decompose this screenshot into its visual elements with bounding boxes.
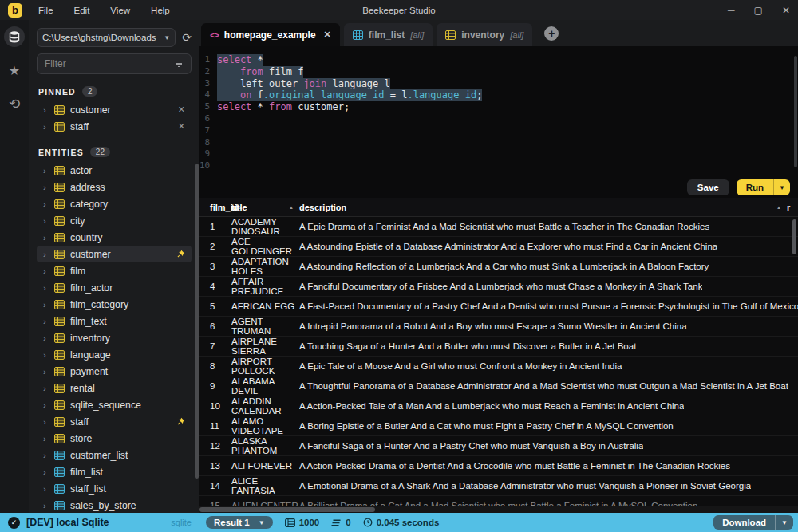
chevron-right-icon[interactable]: › [43,317,49,326]
cell-title[interactable]: AGENT TRUMAN [231,317,299,336]
cell-film-id[interactable]: 1 [200,222,231,231]
database-selector[interactable]: C:\Users\ghstng\Downloads ▼ [37,28,176,47]
table-row[interactable]: 12ALASKA PHANTOMA Fanciful Saga of a Hun… [200,436,798,456]
menu-view[interactable]: View [110,6,130,15]
entity-item-customer[interactable]: ›customer [37,246,192,262]
minimize-button[interactable]: ─ [728,5,735,16]
chevron-right-icon[interactable]: › [43,250,49,259]
cell-title[interactable]: ACE GOLDFINGER [231,237,299,256]
refresh-icon[interactable]: ⟳ [182,31,192,44]
cell-title[interactable]: AIRPORT POLLOCK [231,357,299,376]
column-header-clipped[interactable]: r [787,203,798,212]
sql-editor[interactable]: 1select *2 from film f3 left outer join … [200,46,798,177]
run-split-button[interactable]: Run ▼ [737,179,790,195]
unpin-close-icon[interactable]: ✕ [178,104,188,115]
sort-arrow-icon[interactable]: ▲ [289,205,294,210]
chevron-right-icon[interactable]: › [43,400,49,410]
close-button[interactable]: ✕ [782,5,790,16]
pinned-section-header[interactable]: PINNED 2 [38,86,192,97]
chevron-right-icon[interactable]: › [43,266,49,276]
pinned-item-staff[interactable]: ›staff✕ [37,118,192,135]
cell-film-id[interactable]: 12 [200,441,231,451]
cell-description[interactable]: A Brilliant Drama of a Cat And a Mad Sci… [299,501,798,506]
column-header-title[interactable]: title▲ [231,203,299,212]
entity-item-sales_by_store[interactable]: ›sales_by_store [37,497,192,513]
chevron-right-icon[interactable]: › [43,199,49,209]
cell-title[interactable]: ALIEN CENTER [231,501,299,506]
code-line[interactable]: 6 [200,113,798,125]
cell-description[interactable]: A Intrepid Panorama of a Robot And a Boy… [299,321,798,331]
pin-icon[interactable] [176,250,185,259]
cell-title[interactable]: AFFAIR PREJUDICE [231,277,299,296]
chevron-right-icon[interactable]: › [43,367,49,376]
table-row[interactable]: 8AIRPORT POLLOCKA Epic Tale of a Moose A… [200,357,798,376]
tab-film-list[interactable]: film_list [all] [344,23,433,46]
entity-item-inventory[interactable]: ›inventory [37,329,192,346]
code-line[interactable]: 1select * [200,54,798,66]
results-horizontal-scrollbar[interactable] [200,506,798,513]
download-button[interactable]: Download [713,515,775,530]
cell-description[interactable]: A Action-Packed Tale of a Man And a Lumb… [299,401,798,411]
sort-arrow-icon[interactable]: ▲ [776,205,781,210]
download-split-button[interactable]: Download ▼ [713,515,793,530]
save-button[interactable]: Save [687,179,729,195]
cell-description[interactable]: A Fast-Paced Documentary of a Pastry Che… [299,301,798,311]
entity-item-actor[interactable]: ›actor [37,162,192,179]
code-line[interactable]: 10 [200,160,798,172]
run-options-chevron-icon[interactable]: ▼ [773,179,790,195]
code-line[interactable]: 4 on f.original_language_id = l.language… [200,89,798,101]
entity-item-category[interactable]: ›category [37,195,192,212]
cell-title[interactable]: ALAMO VIDEOTAPE [231,416,299,435]
table-row[interactable]: 11ALAMO VIDEOTAPEA Boring Epistle of a B… [200,416,798,436]
column-header-film_id[interactable]: film_id▲ [200,203,231,212]
table-row[interactable]: 4AFFAIR PREJUDICEA Fanciful Documentary … [200,277,798,297]
code-line[interactable]: 5select * from customer; [200,101,798,113]
cell-film-id[interactable]: 4 [200,282,231,291]
cell-film-id[interactable]: 14 [200,481,231,491]
table-row[interactable]: 13ALI FOREVERA Action-Packed Drama of a … [200,456,798,476]
unpin-close-icon[interactable]: ✕ [178,121,188,132]
entity-item-rental[interactable]: ›rental [37,380,192,396]
cell-title[interactable]: ADAPTATION HOLES [231,257,299,276]
cell-title[interactable]: ALI FOREVER [231,461,299,471]
cell-description[interactable]: A Epic Tale of a Moose And a Girl who mu… [299,361,798,371]
cell-film-id[interactable]: 13 [200,461,231,471]
chevron-right-icon[interactable]: › [43,434,49,443]
table-row[interactable]: 15ALIEN CENTERA Brilliant Drama of a Cat… [200,496,798,506]
chevron-right-icon[interactable]: › [43,333,49,343]
chevron-right-icon[interactable]: › [43,105,49,115]
entity-item-staff[interactable]: ›staff [37,413,192,430]
cell-title[interactable]: ALADDIN CALENDAR [231,396,299,416]
cell-title[interactable]: ACADEMY DINOSAUR [231,217,299,236]
filter-icon[interactable] [175,61,184,68]
menu-edit[interactable]: Edit [74,6,90,15]
chevron-right-icon[interactable]: › [43,484,49,494]
cell-description[interactable]: A Touching Saga of a Hunter And a Butler… [299,341,798,351]
entity-item-city[interactable]: ›city [37,212,192,229]
table-row[interactable]: 10ALADDIN CALENDARA Action-Packed Tale o… [200,396,798,416]
entity-item-language[interactable]: ›language [37,346,192,363]
chevron-right-icon[interactable]: › [43,183,49,192]
result-selector[interactable]: Result 1 ▼ [206,516,273,529]
entity-item-payment[interactable]: ›payment [37,363,192,380]
menu-help[interactable]: Help [151,6,170,15]
chevron-right-icon[interactable]: › [43,384,49,393]
cell-film-id[interactable]: 10 [200,401,231,411]
chevron-right-icon[interactable]: › [43,350,49,360]
download-options-chevron-icon[interactable]: ▼ [775,515,793,530]
run-button[interactable]: Run [737,179,773,195]
history-panel-button[interactable]: ⟲ [4,93,25,114]
results-vertical-scrollbar[interactable] [792,219,796,254]
entities-section-header[interactable]: ENTITIES 22 [38,147,192,157]
entity-item-film_actor[interactable]: ›film_actor [37,279,192,296]
table-row[interactable]: 2ACE GOLDFINGERA Astounding Epistle of a… [200,237,798,257]
chevron-right-icon[interactable]: › [43,467,49,477]
horizontal-scrollbar-thumb[interactable] [200,507,375,512]
cell-film-id[interactable]: 2 [200,242,231,251]
cell-title[interactable]: ALASKA PHANTOM [231,436,299,455]
cell-film-id[interactable]: 8 [200,361,231,371]
entity-item-film_category[interactable]: ›film_category [37,296,192,313]
entity-item-sqlite_sequence[interactable]: ›sqlite_sequence [37,396,192,413]
table-row[interactable]: 1ACADEMY DINOSAURA Epic Drama of a Femin… [200,217,798,237]
cell-description[interactable]: A Astounding Epistle of a Database Admin… [299,242,798,251]
